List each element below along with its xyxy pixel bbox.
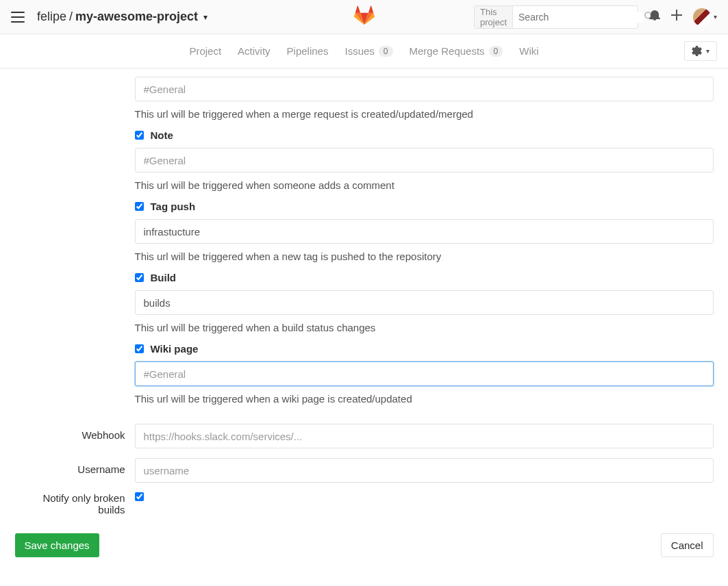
nav-merge-requests[interactable]: Merge Requests 0 bbox=[410, 45, 503, 57]
build-channel-input[interactable] bbox=[135, 290, 714, 315]
user-menu[interactable]: ▾ bbox=[693, 8, 717, 26]
bell-icon[interactable] bbox=[649, 10, 660, 24]
breadcrumb-project: my-awesome-project bbox=[75, 10, 198, 24]
nav-issues-label: Issues bbox=[344, 45, 374, 57]
note-channel-input[interactable] bbox=[135, 148, 714, 173]
topbar: felipe / my-awesome-project ▾ This proje… bbox=[0, 0, 728, 34]
breadcrumb[interactable]: felipe / my-awesome-project ▾ bbox=[37, 10, 208, 24]
nav-pipelines[interactable]: Pipelines bbox=[287, 45, 329, 57]
notify-label: Notify only broken builds bbox=[15, 492, 135, 515]
merge-request-help: This url will be triggered when a merge … bbox=[135, 108, 714, 120]
webhook-label: Webhook bbox=[15, 424, 135, 448]
gitlab-logo[interactable] bbox=[354, 5, 375, 28]
caret-down-icon: ▾ bbox=[706, 47, 710, 55]
tag-push-label: Tag push bbox=[151, 201, 196, 212]
note-help: This url will be triggered when someone … bbox=[135, 179, 714, 191]
avatar bbox=[693, 8, 711, 26]
nav-project[interactable]: Project bbox=[189, 45, 221, 57]
settings-dropdown[interactable]: ▾ bbox=[684, 41, 717, 61]
search-input[interactable] bbox=[513, 12, 644, 23]
nav-wiki[interactable]: Wiki bbox=[519, 45, 538, 57]
webhook-input[interactable] bbox=[135, 424, 714, 448]
build-help: This url will be triggered when a build … bbox=[135, 322, 714, 333]
save-button[interactable]: Save changes bbox=[15, 533, 99, 557]
breadcrumb-owner: felipe bbox=[37, 10, 66, 24]
note-label: Note bbox=[151, 129, 173, 141]
wiki-label: Wiki page bbox=[151, 343, 199, 355]
tag-push-channel-input[interactable] bbox=[135, 219, 714, 244]
notify-broken-checkbox[interactable] bbox=[135, 492, 144, 501]
nav-issues[interactable]: Issues 0 bbox=[344, 45, 392, 57]
note-checkbox[interactable] bbox=[135, 131, 144, 140]
tag-push-checkbox[interactable] bbox=[135, 202, 144, 211]
gear-icon bbox=[692, 46, 702, 56]
nav-activity[interactable]: Activity bbox=[238, 45, 271, 57]
merge-request-channel-input[interactable] bbox=[135, 77, 714, 101]
username-label: Username bbox=[15, 458, 135, 483]
plus-icon[interactable] bbox=[671, 10, 682, 24]
username-input[interactable] bbox=[135, 458, 714, 483]
build-label: Build bbox=[151, 272, 177, 283]
build-checkbox[interactable] bbox=[135, 273, 144, 282]
wiki-channel-input[interactable] bbox=[135, 361, 714, 386]
nav-mr-label: Merge Requests bbox=[410, 45, 485, 57]
project-nav: Project Activity Pipelines Issues 0 Merg… bbox=[0, 34, 728, 68]
wiki-help: This url will be triggered when a wiki p… bbox=[135, 393, 714, 405]
search-scope[interactable]: This project bbox=[475, 6, 513, 28]
search-box[interactable]: This project bbox=[474, 5, 638, 29]
cancel-button[interactable]: Cancel bbox=[661, 533, 714, 557]
issues-count-badge: 0 bbox=[379, 46, 393, 57]
chevron-down-icon[interactable]: ▾ bbox=[203, 12, 208, 22]
hamburger-icon[interactable] bbox=[11, 12, 25, 23]
caret-down-icon: ▾ bbox=[714, 13, 717, 21]
breadcrumb-sep: / bbox=[69, 10, 73, 24]
mr-count-badge: 0 bbox=[489, 46, 503, 57]
tag-push-help: This url will be triggered when a new ta… bbox=[135, 251, 714, 262]
wiki-checkbox[interactable] bbox=[135, 344, 144, 353]
